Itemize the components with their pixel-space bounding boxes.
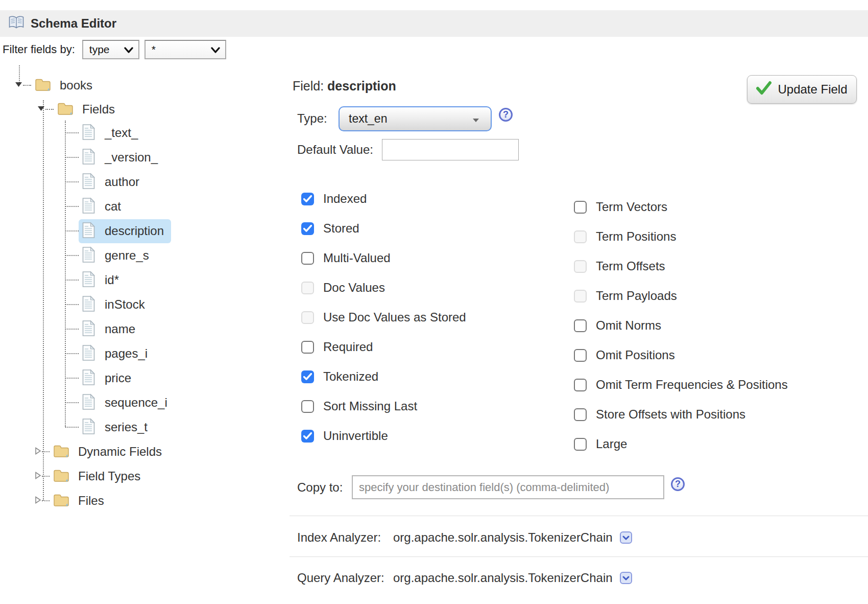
tree-folder-label: Field Types [78,469,140,483]
filter-bar: Filter fields by: type * [3,40,231,59]
query-analyzer-row: Query Analyzer: org.apache.solr.analysis… [297,571,632,585]
tree-connector-line [65,427,79,428]
field-flag-label: Omit Norms [596,318,661,333]
tree-field-series_t[interactable]: series_t [65,416,155,438]
tree-field-inStock[interactable]: inStock [65,293,152,316]
field-flag-label: Store Offsets with Positions [596,407,745,422]
triangle-collapsed-icon[interactable] [34,496,42,506]
checkbox[interactable] [301,341,314,354]
default-value-label: Default Value: [297,143,373,157]
document-icon [82,148,95,167]
type-select-value: text_en [349,112,387,126]
tree-connector-line [45,109,54,110]
field-title: Field: description [293,79,396,94]
checkbox[interactable] [574,230,587,243]
divider [290,516,868,516]
tree-field-label: _text_ [105,126,138,140]
tree-folder-dynamic-fields[interactable]: Dynamic Fields [34,440,162,463]
checkbox[interactable] [574,319,587,332]
field-flag-label: Term Positions [596,229,676,244]
type-help-icon[interactable] [499,108,513,122]
open-book-icon [8,15,25,32]
flag-required: Required [301,332,466,362]
tree-field-label: cat [105,199,121,214]
field-title-name: description [327,79,396,93]
checkbox[interactable] [301,311,314,324]
field-flags-left-column: Indexed Stored Multi-Valued Doc Values U… [301,184,466,451]
type-select[interactable]: text_en [339,106,492,131]
tree-field-label: author [105,175,139,189]
tree-connector-line [65,304,79,305]
triangle-collapsed-icon[interactable] [34,447,42,457]
tree-connector-line [65,132,79,133]
tree-field-cat[interactable]: cat [65,195,128,218]
tree-field-description[interactable]: description [65,220,171,242]
triangle-expanded-icon[interactable] [37,104,45,114]
tree-node-fields[interactable]: Fields [37,98,115,121]
field-flag-label: Tokenized [323,369,378,384]
flag-term-offsets: Term Offsets [574,251,788,281]
tree-field-author[interactable]: author [65,171,147,193]
checked-checkbox[interactable] [301,222,314,235]
checkbox[interactable] [574,408,587,421]
tree-field-genre_s[interactable]: genre_s [65,244,156,267]
tree-connector-line [65,402,79,403]
checkbox[interactable] [574,349,587,362]
page-title: Schema Editor [31,16,116,31]
tree-field-label: series_t [105,420,148,434]
flag-omit-term-frequencies-positions: Omit Term Frequencies & Positions [574,370,788,400]
flag-use-doc-values-as-stored: Use Doc Values as Stored [301,303,466,332]
filter-type-select[interactable]: type [82,40,139,59]
tree-field-label: name [105,322,135,336]
checkbox[interactable] [574,290,587,303]
tree-connector-line [65,157,79,158]
filter-label: Filter fields by: [3,43,75,56]
chevron-down-icon [472,112,479,126]
filter-pattern-select[interactable]: * [144,40,226,59]
tree-field-pages_i[interactable]: pages_i [65,342,155,365]
filter-type-value: type [89,43,110,56]
triangle-collapsed-icon[interactable] [34,471,42,482]
tree-field-_version_[interactable]: _version_ [65,146,165,169]
index-analyzer-label: Index Analyzer: [297,530,393,545]
tree-field-_text_[interactable]: _text_ [65,122,145,144]
flag-multi-valued: Multi-Valued [301,243,466,273]
checked-checkbox[interactable] [301,430,314,443]
checkbox[interactable] [574,379,587,391]
checked-checkbox[interactable] [301,370,314,383]
index-analyzer-row: Index Analyzer: org.apache.solr.analysis… [297,530,632,545]
checkbox[interactable] [574,201,587,214]
checkbox[interactable] [574,260,587,273]
field-flag-label: Required [323,340,373,354]
checkbox[interactable] [301,282,314,294]
tree-field-price[interactable]: price [65,367,138,389]
tree-field-name[interactable]: name [65,318,142,340]
filter-pattern-value: * [152,43,156,56]
checkbox[interactable] [301,252,314,265]
checkbox[interactable] [301,400,314,413]
copy-to-input[interactable] [352,475,664,499]
checkbox[interactable] [574,438,587,451]
chevron-down-icon [211,43,220,56]
tree-folder-files[interactable]: Files [34,490,104,512]
flag-large: Large [574,429,788,459]
flag-doc-values: Doc Values [301,273,466,303]
tree-field-label: genre_s [105,248,149,263]
type-label: Type: [297,111,327,126]
checked-checkbox[interactable] [301,193,314,205]
tree-field-id[interactable]: id* [65,269,126,291]
document-icon [82,197,95,216]
chevron-down-icon[interactable] [620,531,632,544]
update-field-button[interactable]: Update Field [747,75,857,104]
chevron-down-icon[interactable] [620,572,632,584]
tree-field-label: inStock [105,297,145,312]
tree-field-sequence_i[interactable]: sequence_i [65,391,175,414]
tree-node-books[interactable]: books [14,74,92,97]
default-value-input[interactable] [382,139,519,160]
document-icon [82,246,95,265]
folder-icon [34,77,52,94]
tree-field-label: _version_ [105,150,158,165]
copy-to-help-icon[interactable] [671,477,685,491]
triangle-expanded-icon[interactable] [14,80,23,90]
tree-folder-field-types[interactable]: Field Types [34,465,140,487]
